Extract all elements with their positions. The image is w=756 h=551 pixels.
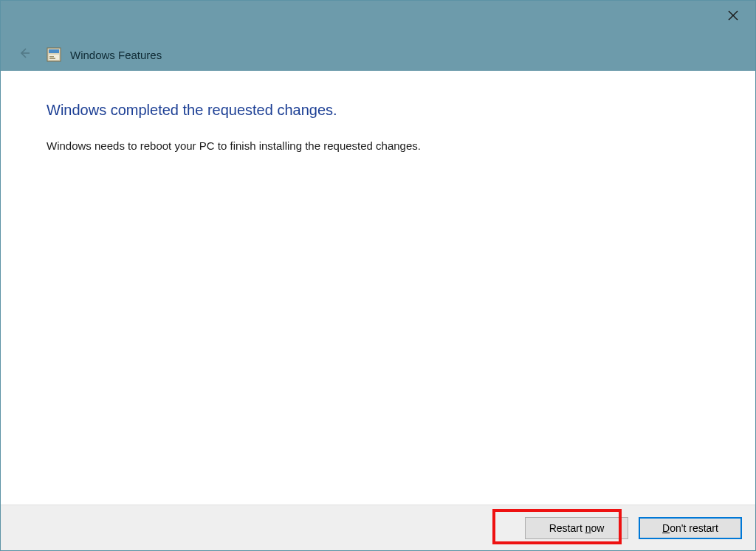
- close-button[interactable]: [715, 4, 751, 30]
- dont-restart-button[interactable]: Don't restart: [639, 517, 742, 539]
- restart-now-button[interactable]: Restart now: [525, 517, 628, 539]
- windows-features-dialog: Windows Features Windows completed the r…: [0, 0, 756, 551]
- app-title: Windows Features: [70, 49, 162, 61]
- titlebar: [1, 1, 755, 38]
- back-button: [17, 47, 32, 62]
- body-text: Windows needs to reboot your PC to finis…: [47, 139, 714, 152]
- content-area: Windows completed the requested changes.…: [1, 71, 755, 505]
- close-icon: [728, 10, 738, 24]
- restart-now-label: Restart now: [549, 522, 605, 534]
- back-arrow-icon: [18, 46, 31, 63]
- windows-features-icon: [47, 47, 61, 62]
- header-bar: Windows Features: [1, 38, 755, 71]
- dont-restart-label: Don't restart: [662, 522, 718, 534]
- footer-bar: Restart now Don't restart: [1, 505, 755, 550]
- page-heading: Windows completed the requested changes.: [47, 102, 714, 119]
- svg-rect-4: [49, 49, 59, 53]
- svg-rect-7: [49, 58, 55, 60]
- app-title-group: Windows Features: [47, 47, 162, 62]
- svg-rect-6: [49, 56, 54, 58]
